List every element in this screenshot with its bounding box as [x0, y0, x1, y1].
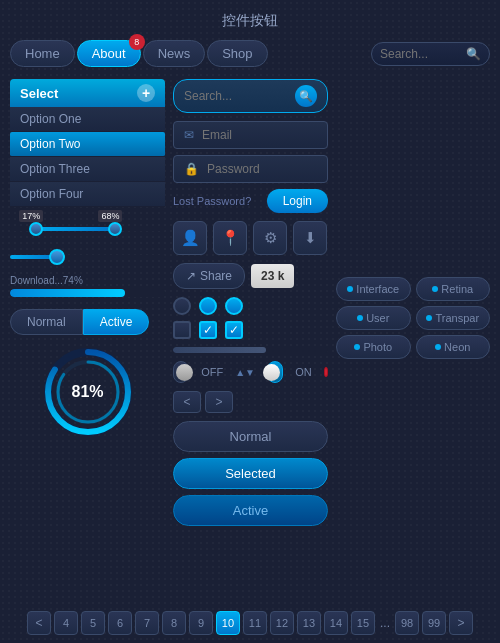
page-7[interactable]: 7: [135, 611, 159, 635]
checkbox-2[interactable]: ✓: [199, 321, 217, 339]
email-input[interactable]: [202, 128, 317, 142]
select-option-2[interactable]: Option Two: [10, 132, 165, 157]
page-4[interactable]: 4: [54, 611, 78, 635]
tag-label-photo: Photo: [363, 341, 392, 353]
share-row: ↗ Share 23 k: [173, 263, 328, 289]
page-5[interactable]: 5: [81, 611, 105, 635]
group-btn-selected[interactable]: Selected: [173, 458, 328, 489]
checkbox-3[interactable]: ✓: [225, 321, 243, 339]
person-icon-btn[interactable]: 👤: [173, 221, 207, 255]
nav-badge: 8: [129, 34, 145, 50]
nav-shop[interactable]: Shop: [207, 40, 267, 67]
icon-btn-row: 👤 📍 ⚙ ⬇: [173, 221, 328, 255]
page-next[interactable]: >: [449, 611, 473, 635]
select-label: Select: [20, 86, 58, 101]
group-btn-active[interactable]: Active: [173, 495, 328, 526]
switch-on-label: ON: [295, 366, 312, 378]
page-10[interactable]: 10: [216, 611, 240, 635]
radio-3[interactable]: [225, 297, 243, 315]
single-slider-track: [10, 255, 165, 259]
switch-thumb-on: [263, 364, 280, 381]
tag-user[interactable]: User: [336, 306, 411, 330]
nav-home[interactable]: Home: [10, 40, 75, 67]
circle-progress: 81%: [43, 347, 133, 437]
tag-dot-2: [432, 286, 438, 292]
password-input[interactable]: [207, 162, 317, 176]
tag-interface[interactable]: Interface: [336, 277, 411, 301]
slider-thumb-right[interactable]: 68%: [108, 222, 122, 236]
page-98[interactable]: 98: [395, 611, 419, 635]
single-slider: [10, 247, 165, 267]
select-option-1[interactable]: Option One: [10, 107, 165, 132]
share-icon: ↗: [186, 269, 196, 283]
page-13[interactable]: 13: [297, 611, 321, 635]
share-label: Share: [200, 269, 232, 283]
password-field-wrap: 🔒: [173, 155, 328, 183]
nav-search-input[interactable]: [380, 47, 460, 61]
pagination: < 4 5 6 7 8 9 10 11 12 13 14 15 ... 98 9…: [0, 611, 500, 635]
tag-photo[interactable]: Photo: [336, 335, 411, 359]
slider-thumb-left[interactable]: 17%: [29, 222, 43, 236]
nav-arrow-right[interactable]: >: [205, 391, 233, 413]
sliders-section: 17% 68%: [10, 219, 165, 267]
tag-dot-3: [357, 315, 363, 321]
single-slider-thumb[interactable]: [49, 249, 65, 265]
tag-neon[interactable]: Neon: [416, 335, 491, 359]
tag-label-transpar: Transpar: [435, 312, 479, 324]
tag-retina[interactable]: Retina: [416, 277, 491, 301]
group-btn-normal[interactable]: Normal: [173, 421, 328, 452]
switch-off-label: OFF: [201, 366, 223, 378]
page-9[interactable]: 9: [189, 611, 213, 635]
count-badge: 23 k: [251, 264, 294, 288]
download-label: Download...74%: [10, 275, 165, 286]
search-icon-sm: 🔍: [466, 47, 481, 61]
gear-icon-btn[interactable]: ⚙: [253, 221, 287, 255]
switch-thumb-off: [176, 364, 193, 381]
select-option-3[interactable]: Option Three: [10, 157, 165, 182]
tag-dot-4: [426, 315, 432, 321]
search-btn-blue[interactable]: 🔍: [295, 85, 317, 107]
login-button[interactable]: Login: [267, 189, 328, 213]
slider-label-left: 17%: [19, 210, 43, 222]
middle-column: 🔍 ✉ 🔒 Lost Password? Login 👤 📍 ⚙ ⬇ ↗: [173, 79, 328, 526]
switch-off[interactable]: [173, 361, 189, 383]
dual-slider: 17% 68%: [10, 219, 165, 239]
toggle-normal[interactable]: Normal: [10, 309, 83, 335]
nav-arrow-left[interactable]: <: [173, 391, 201, 413]
checkbox-1[interactable]: [173, 321, 191, 339]
page-12[interactable]: 12: [270, 611, 294, 635]
select-header[interactable]: Select +: [10, 79, 165, 107]
radio-row: [173, 297, 328, 315]
page-14[interactable]: 14: [324, 611, 348, 635]
tag-label-retina: Retina: [441, 283, 473, 295]
toggle-active[interactable]: Active: [83, 309, 150, 335]
share-button[interactable]: ↗ Share: [173, 263, 245, 289]
caret-icon: ▲▼: [235, 367, 255, 378]
page-15[interactable]: 15: [351, 611, 375, 635]
nav-bar: Home About 8 News Shop 🔍: [0, 36, 500, 71]
right-column: Interface Retina User Transpar Photo Neo…: [336, 79, 490, 526]
tag-label-neon: Neon: [444, 341, 470, 353]
download-progress-track: [10, 289, 165, 297]
search-bar-blue: 🔍: [173, 79, 328, 113]
page-6[interactable]: 6: [108, 611, 132, 635]
page-11[interactable]: 11: [243, 611, 267, 635]
page-8[interactable]: 8: [162, 611, 186, 635]
download-icon-btn[interactable]: ⬇: [293, 221, 327, 255]
tag-label-user: User: [366, 312, 389, 324]
switch-on[interactable]: [267, 361, 283, 383]
slider-label-right: 68%: [98, 210, 122, 222]
radio-2[interactable]: [199, 297, 217, 315]
nav-news[interactable]: News: [143, 40, 206, 67]
tag-transpar[interactable]: Transpar: [416, 306, 491, 330]
radio-1[interactable]: [173, 297, 191, 315]
page-99[interactable]: 99: [422, 611, 446, 635]
btn-group: Normal Selected Active: [173, 421, 328, 526]
select-plus-icon[interactable]: +: [137, 84, 155, 102]
select-option-4[interactable]: Option Four: [10, 182, 165, 207]
forgot-label: Lost Password?: [173, 195, 251, 207]
password-icon: 🔒: [184, 162, 199, 176]
search-input-blue[interactable]: [184, 89, 289, 103]
page-prev[interactable]: <: [27, 611, 51, 635]
location-icon-btn[interactable]: 📍: [213, 221, 247, 255]
